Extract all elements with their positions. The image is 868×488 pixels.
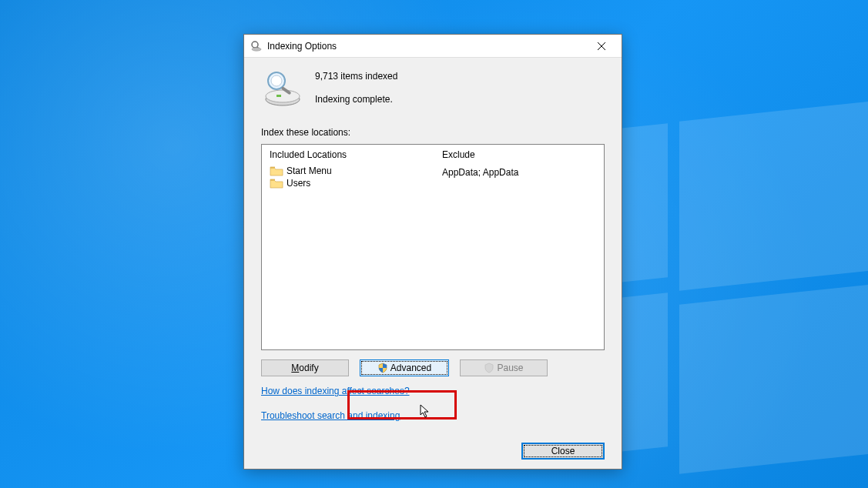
how-indexing-link[interactable]: How does indexing affect searches?	[261, 386, 605, 396]
exclude-cell: AppData; AppData	[442, 166, 596, 179]
titlebar-close-button[interactable]	[585, 35, 618, 57]
svg-rect-7	[276, 95, 281, 97]
close-button[interactable]: Close	[521, 443, 605, 460]
close-icon	[598, 42, 605, 50]
svg-point-2	[252, 47, 261, 50]
svg-point-9	[271, 75, 282, 86]
svg-point-0	[252, 42, 258, 48]
indexing-status-label: Indexing complete.	[315, 92, 397, 109]
close-button-label: Close	[551, 446, 575, 456]
shield-icon	[484, 363, 494, 373]
indexing-options-dialog: Indexing Options 9,713 items inde	[243, 34, 622, 470]
locations-list[interactable]: Included Locations Exclude Start Menu	[261, 144, 605, 350]
indexing-icon	[250, 40, 263, 52]
advanced-button-label: Advanced	[390, 363, 431, 373]
advanced-button[interactable]: Advanced	[360, 359, 449, 376]
location-name: Users	[287, 178, 310, 189]
list-item[interactable]: Users	[270, 177, 442, 189]
index-locations-label: Index these locations:	[261, 127, 605, 138]
items-indexed-label: 9,713 items indexed	[315, 69, 397, 85]
pause-button-label: Pause	[497, 363, 523, 373]
titlebar[interactable]: Indexing Options	[244, 35, 622, 58]
folder-icon	[270, 178, 283, 189]
pause-button: Pause	[460, 359, 548, 376]
list-item[interactable]: Start Menu	[270, 165, 442, 177]
shield-icon	[377, 363, 388, 373]
svg-point-6	[266, 90, 300, 102]
magnifier-drive-icon	[261, 67, 304, 110]
col-header-exclude[interactable]: Exclude	[442, 149, 596, 160]
folder-icon	[270, 165, 283, 176]
troubleshoot-link[interactable]: Troubleshoot search and indexing	[261, 410, 605, 421]
location-name: Start Menu	[287, 165, 332, 176]
modify-button[interactable]: Modify	[261, 359, 349, 376]
dialog-title: Indexing Options	[267, 41, 585, 52]
col-header-included[interactable]: Included Locations	[270, 149, 442, 160]
